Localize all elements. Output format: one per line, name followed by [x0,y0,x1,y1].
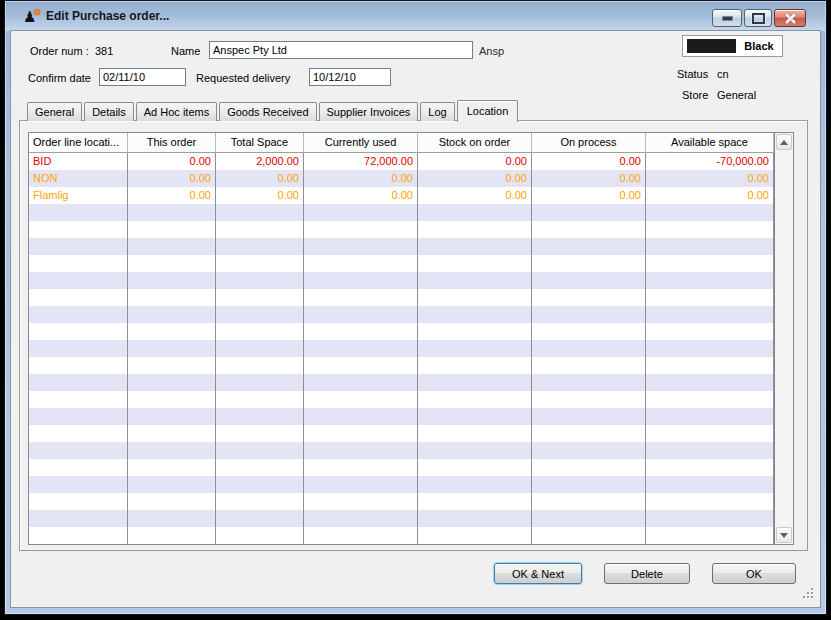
cell-value [304,408,418,425]
table-row[interactable]: Flamlig0.000.000.000.000.000.00 [29,187,774,204]
column-header[interactable]: Stock on order [418,133,532,153]
confirm-date-input[interactable] [99,68,186,86]
column-header[interactable]: Order line locati... [29,133,128,153]
table-row[interactable] [29,238,774,255]
cell-value [304,306,418,323]
tab-ad-hoc-items[interactable]: Ad Hoc items [136,102,217,121]
resize-grip[interactable] [803,588,813,598]
table-row[interactable] [29,493,774,510]
name-input[interactable] [209,41,473,59]
table-row[interactable] [29,323,774,340]
cell-location [29,238,128,255]
close-button[interactable] [774,9,806,27]
tab-goods-received[interactable]: Goods Received [219,102,316,121]
table-row[interactable] [29,306,774,323]
cell-value [216,340,304,357]
cell-value: 0.00 [646,170,774,187]
cell-value [418,408,532,425]
table-row[interactable]: BID0.002,000.0072,000.000.000.00-70,000.… [29,153,774,170]
cell-value [304,374,418,391]
titlebar[interactable]: ♟ Edit Purchase order... [6,2,825,31]
vertical-scrollbar[interactable] [774,133,793,544]
requested-delivery-input[interactable] [309,68,391,86]
cell-value [216,221,304,238]
cell-value [128,204,216,221]
column-header[interactable]: This order [128,133,216,153]
cell-value [532,204,646,221]
column-header[interactable]: On process [532,133,646,153]
ok-button[interactable]: OK [712,563,796,584]
cell-location [29,357,128,374]
table-row[interactable] [29,476,774,493]
scroll-down-button[interactable] [776,527,792,543]
table-row[interactable] [29,221,774,238]
cell-value [304,323,418,340]
cell-value [646,408,774,425]
tab-location[interactable]: Location [457,100,519,122]
cell-location [29,306,128,323]
color-picker[interactable]: Black [682,35,783,57]
table-row[interactable] [29,357,774,374]
tab-details[interactable]: Details [84,102,134,121]
table-row[interactable] [29,204,774,221]
table-row[interactable] [29,374,774,391]
table-row[interactable]: NON0.000.000.000.000.000.00 [29,170,774,187]
table-row[interactable] [29,510,774,527]
dialog-content: Order num : 381 Name Ansp Confirm date R… [10,30,821,608]
cell-location [29,408,128,425]
ok-next-button[interactable]: OK & Next [494,563,582,584]
cell-value [216,255,304,272]
cell-value [532,272,646,289]
tab-general[interactable]: General [27,102,82,121]
minimize-button[interactable] [712,9,742,27]
table-row[interactable] [29,289,774,306]
cell-value [304,238,418,255]
cell-value [216,510,304,527]
cell-value [532,425,646,442]
table-row[interactable] [29,408,774,425]
cell-value [418,289,532,306]
cell-value [532,357,646,374]
cell-value [216,527,304,544]
cell-value [646,272,774,289]
store-value: General [717,89,756,101]
maximize-button[interactable] [744,9,772,27]
delete-button[interactable]: Delete [604,563,690,584]
column-header[interactable]: Total Space [216,133,304,153]
cell-value [418,238,532,255]
cell-value [216,238,304,255]
table-row[interactable] [29,527,774,544]
cell-value [128,238,216,255]
cell-value: 0.00 [128,170,216,187]
cell-value [304,442,418,459]
table-row[interactable] [29,442,774,459]
cell-value [532,323,646,340]
cell-location [29,340,128,357]
cell-value: 0.00 [418,170,532,187]
tab-supplier-invoices[interactable]: Supplier Invoices [319,102,419,121]
window-title: Edit Purchase order... [46,2,169,31]
table-row[interactable] [29,391,774,408]
cell-value [216,442,304,459]
name-code-text: Ansp [479,45,504,57]
cell-value [128,323,216,340]
table-row[interactable] [29,459,774,476]
table-row[interactable] [29,272,774,289]
scroll-up-button[interactable] [776,134,792,150]
color-swatch-label: Black [736,40,782,52]
table-row[interactable] [29,425,774,442]
minimize-icon [722,16,733,21]
tab-log[interactable]: Log [420,102,454,121]
cell-value [304,527,418,544]
table-row[interactable] [29,255,774,272]
cell-value [418,323,532,340]
cell-value [128,391,216,408]
column-header[interactable]: Available space [646,133,774,153]
cell-value [646,323,774,340]
cell-value [532,408,646,425]
column-header[interactable]: Currently used [304,133,418,153]
cell-location: BID [29,153,128,170]
order-num-value: 381 [95,45,113,57]
cell-value [646,204,774,221]
table-row[interactable] [29,340,774,357]
